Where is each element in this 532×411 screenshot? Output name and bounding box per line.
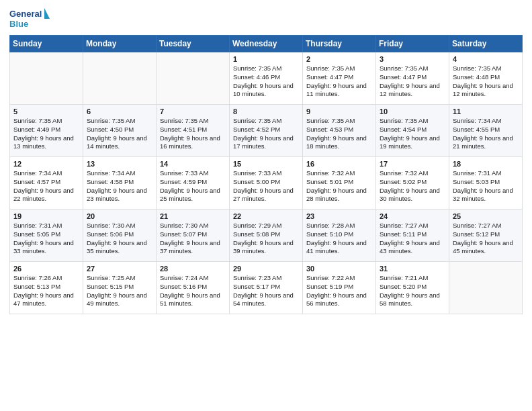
page: General Blue SundayMondayTuesdayWednesda… — [0, 0, 532, 411]
logo-svg: General Blue — [9, 7, 50, 31]
calendar-cell: 21Sunrise: 7:30 AM Sunset: 5:07 PM Dayli… — [157, 210, 230, 262]
day-detail: Sunrise: 7:35 AM Sunset: 4:53 PM Dayligh… — [306, 117, 372, 151]
day-number: 12 — [13, 160, 79, 168]
calendar-table: SundayMondayTuesdayWednesdayThursdayFrid… — [9, 35, 523, 314]
day-number: 26 — [13, 265, 79, 273]
calendar-cell: 31Sunrise: 7:21 AM Sunset: 5:20 PM Dayli… — [376, 262, 449, 314]
calendar-cell: 10Sunrise: 7:35 AM Sunset: 4:54 PM Dayli… — [376, 105, 449, 157]
weekday-header-tuesday: Tuesday — [157, 36, 230, 52]
day-number: 15 — [233, 160, 299, 168]
calendar-cell: 25Sunrise: 7:27 AM Sunset: 5:12 PM Dayli… — [449, 210, 523, 262]
day-detail: Sunrise: 7:31 AM Sunset: 5:05 PM Dayligh… — [13, 222, 79, 256]
day-number: 3 — [380, 55, 445, 63]
day-detail: Sunrise: 7:22 AM Sunset: 5:19 PM Dayligh… — [306, 274, 372, 308]
day-detail: Sunrise: 7:33 AM Sunset: 4:59 PM Dayligh… — [160, 169, 226, 203]
day-detail: Sunrise: 7:21 AM Sunset: 5:20 PM Dayligh… — [380, 274, 445, 308]
calendar-cell: 26Sunrise: 7:26 AM Sunset: 5:13 PM Dayli… — [10, 262, 83, 314]
calendar-cell: 1Sunrise: 7:35 AM Sunset: 4:46 PM Daylig… — [230, 52, 303, 105]
day-detail: Sunrise: 7:34 AM Sunset: 4:58 PM Dayligh… — [87, 169, 152, 203]
calendar-cell — [10, 52, 83, 105]
day-number: 6 — [87, 107, 152, 116]
calendar-cell: 17Sunrise: 7:32 AM Sunset: 5:02 PM Dayli… — [376, 157, 449, 210]
day-number: 1 — [233, 55, 299, 63]
weekday-header-friday: Friday — [376, 36, 449, 52]
calendar-cell: 12Sunrise: 7:34 AM Sunset: 4:57 PM Dayli… — [10, 157, 83, 210]
calendar-cell: 20Sunrise: 7:30 AM Sunset: 5:06 PM Dayli… — [83, 210, 157, 262]
week-row-4: 19Sunrise: 7:31 AM Sunset: 5:05 PM Dayli… — [10, 210, 523, 262]
day-detail: Sunrise: 7:35 AM Sunset: 4:47 PM Dayligh… — [380, 64, 445, 99]
day-number: 21 — [160, 212, 226, 220]
day-detail: Sunrise: 7:35 AM Sunset: 4:52 PM Dayligh… — [233, 117, 299, 151]
logo: General Blue — [9, 7, 50, 31]
calendar-cell: 27Sunrise: 7:25 AM Sunset: 5:15 PM Dayli… — [83, 262, 157, 314]
day-detail: Sunrise: 7:23 AM Sunset: 5:17 PM Dayligh… — [233, 274, 299, 308]
day-number: 19 — [13, 212, 79, 220]
svg-text:General: General — [9, 9, 42, 19]
day-number: 23 — [306, 212, 372, 220]
svg-marker-2 — [44, 8, 50, 19]
calendar-cell: 14Sunrise: 7:33 AM Sunset: 4:59 PM Dayli… — [157, 157, 230, 210]
day-number: 4 — [453, 55, 519, 63]
day-detail: Sunrise: 7:35 AM Sunset: 4:48 PM Dayligh… — [453, 64, 519, 99]
calendar-cell: 5Sunrise: 7:35 AM Sunset: 4:49 PM Daylig… — [10, 105, 83, 157]
day-detail: Sunrise: 7:35 AM Sunset: 4:47 PM Dayligh… — [306, 64, 372, 99]
day-number: 7 — [160, 107, 226, 116]
day-number: 18 — [453, 160, 519, 168]
week-row-5: 26Sunrise: 7:26 AM Sunset: 5:13 PM Dayli… — [10, 262, 523, 314]
day-number: 22 — [233, 212, 299, 220]
day-number: 13 — [87, 160, 152, 168]
day-detail: Sunrise: 7:35 AM Sunset: 4:46 PM Dayligh… — [233, 64, 299, 99]
calendar-cell: 8Sunrise: 7:35 AM Sunset: 4:52 PM Daylig… — [230, 105, 303, 157]
calendar-cell: 16Sunrise: 7:32 AM Sunset: 5:01 PM Dayli… — [303, 157, 376, 210]
week-row-3: 12Sunrise: 7:34 AM Sunset: 4:57 PM Dayli… — [10, 157, 523, 210]
calendar-cell: 6Sunrise: 7:35 AM Sunset: 4:50 PM Daylig… — [83, 105, 157, 157]
day-detail: Sunrise: 7:35 AM Sunset: 4:51 PM Dayligh… — [160, 117, 226, 151]
calendar-cell: 9Sunrise: 7:35 AM Sunset: 4:53 PM Daylig… — [303, 105, 376, 157]
day-detail: Sunrise: 7:28 AM Sunset: 5:10 PM Dayligh… — [306, 222, 372, 256]
svg-text:Blue: Blue — [9, 19, 28, 29]
day-number: 9 — [306, 107, 372, 116]
day-number: 10 — [380, 107, 445, 116]
day-number: 2 — [306, 55, 372, 63]
calendar-cell: 15Sunrise: 7:33 AM Sunset: 5:00 PM Dayli… — [230, 157, 303, 210]
calendar-cell: 29Sunrise: 7:23 AM Sunset: 5:17 PM Dayli… — [230, 262, 303, 314]
calendar-cell: 3Sunrise: 7:35 AM Sunset: 4:47 PM Daylig… — [376, 52, 449, 105]
day-detail: Sunrise: 7:31 AM Sunset: 5:03 PM Dayligh… — [453, 169, 519, 203]
weekday-header-row: SundayMondayTuesdayWednesdayThursdayFrid… — [10, 36, 523, 52]
day-number: 30 — [306, 265, 372, 273]
day-detail: Sunrise: 7:34 AM Sunset: 4:57 PM Dayligh… — [13, 169, 79, 203]
calendar-cell: 13Sunrise: 7:34 AM Sunset: 4:58 PM Dayli… — [83, 157, 157, 210]
calendar-cell — [83, 52, 157, 105]
day-detail: Sunrise: 7:27 AM Sunset: 5:11 PM Dayligh… — [380, 222, 445, 256]
day-detail: Sunrise: 7:32 AM Sunset: 5:02 PM Dayligh… — [380, 169, 445, 203]
day-number: 8 — [233, 107, 299, 116]
weekday-header-wednesday: Wednesday — [230, 36, 303, 52]
calendar-cell: 30Sunrise: 7:22 AM Sunset: 5:19 PM Dayli… — [303, 262, 376, 314]
calendar-cell: 23Sunrise: 7:28 AM Sunset: 5:10 PM Dayli… — [303, 210, 376, 262]
calendar-cell: 24Sunrise: 7:27 AM Sunset: 5:11 PM Dayli… — [376, 210, 449, 262]
day-detail: Sunrise: 7:35 AM Sunset: 4:54 PM Dayligh… — [380, 117, 445, 151]
day-number: 5 — [13, 107, 79, 116]
weekday-header-monday: Monday — [83, 36, 157, 52]
day-number: 27 — [87, 265, 152, 273]
weekday-header-thursday: Thursday — [303, 36, 376, 52]
day-detail: Sunrise: 7:24 AM Sunset: 5:16 PM Dayligh… — [160, 274, 226, 308]
calendar-cell: 22Sunrise: 7:29 AM Sunset: 5:08 PM Dayli… — [230, 210, 303, 262]
day-detail: Sunrise: 7:32 AM Sunset: 5:01 PM Dayligh… — [306, 169, 372, 203]
day-detail: Sunrise: 7:30 AM Sunset: 5:07 PM Dayligh… — [160, 222, 226, 256]
weekday-header-saturday: Saturday — [449, 36, 523, 52]
day-number: 29 — [233, 265, 299, 273]
day-detail: Sunrise: 7:34 AM Sunset: 4:55 PM Dayligh… — [453, 117, 519, 151]
day-detail: Sunrise: 7:27 AM Sunset: 5:12 PM Dayligh… — [453, 222, 519, 256]
calendar-cell — [157, 52, 230, 105]
header: General Blue — [9, 7, 523, 31]
calendar-cell: 18Sunrise: 7:31 AM Sunset: 5:03 PM Dayli… — [449, 157, 523, 210]
calendar-cell: 19Sunrise: 7:31 AM Sunset: 5:05 PM Dayli… — [10, 210, 83, 262]
day-number: 20 — [87, 212, 152, 220]
day-number: 31 — [380, 265, 445, 273]
week-row-1: 1Sunrise: 7:35 AM Sunset: 4:46 PM Daylig… — [10, 52, 523, 105]
calendar-cell — [449, 262, 523, 314]
weekday-header-sunday: Sunday — [10, 36, 83, 52]
calendar-cell: 2Sunrise: 7:35 AM Sunset: 4:47 PM Daylig… — [303, 52, 376, 105]
day-detail: Sunrise: 7:26 AM Sunset: 5:13 PM Dayligh… — [13, 274, 79, 308]
